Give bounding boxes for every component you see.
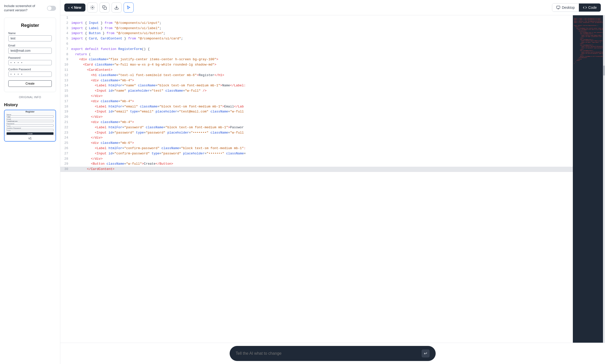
desktop-view-button[interactable]: Desktop [552, 4, 579, 12]
code-line: 10 <Card className="w-full max-w-xs p-4 … [60, 62, 573, 68]
code-line: 12 <h1 className="text-xl font-semibold … [60, 73, 573, 78]
code-line: 22 <Label htmlFor="password" className="… [60, 125, 573, 130]
svg-point-0 [92, 7, 93, 8]
screenshot-toggle[interactable] [47, 6, 56, 11]
code-line: 29 <Button className="w-full">Create</Bu… [60, 161, 573, 167]
code-line: 15 <Input id="name" placeholder="test" c… [60, 88, 573, 94]
code-line: 23 <Input id="password" type="password" … [60, 130, 573, 136]
code-line: 27 <Input id="confirm-password" type="pa… [60, 151, 573, 156]
code-line: 17 <div className="mb-4"> [60, 99, 573, 104]
code-line: 13 <div className="mb-4"> [60, 78, 573, 83]
preview-name-input[interactable] [8, 35, 52, 41]
history-title: History [4, 103, 56, 107]
prompt-box: ↵ [230, 346, 436, 361]
cursor-icon [126, 5, 131, 10]
bottom-bar: ↵ [60, 343, 605, 364]
new-button[interactable]: ‹ < New [64, 4, 85, 12]
code-line: 4 import { Button } from "@/components/u… [60, 31, 573, 36]
history-v1-label: v1 [5, 135, 56, 141]
code-line: 19 <Input id="email" type="email" placeh… [60, 109, 573, 114]
code-lines: 1 2 import { Input } from "@/components/… [60, 15, 573, 172]
settings-icon-button[interactable] [87, 3, 97, 13]
line-number: 1 [60, 15, 71, 21]
svg-rect-1 [104, 7, 106, 10]
scroll-thumb[interactable] [603, 66, 604, 76]
gear-icon [90, 5, 95, 10]
toolbar: ‹ < New [60, 0, 605, 15]
code-line: 3 import { Label } from "@/components/ui… [60, 26, 573, 31]
prompt-enter-button[interactable]: ↵ [422, 349, 430, 357]
download-icon [114, 5, 119, 10]
history-item-v1[interactable]: Register Name test Email test@mail.com P… [4, 110, 56, 142]
ai-prompt-input[interactable] [236, 351, 422, 356]
code-line: 14 <Label htmlFor="name" className="bloc… [60, 83, 573, 88]
desktop-label: Desktop [562, 6, 575, 10]
code-line: 16 </div> [60, 94, 573, 99]
preview-password-label: Password [8, 56, 52, 59]
screenshot-toggle-row: Include screenshot of current version? [4, 4, 56, 13]
back-icon: ‹ [68, 6, 70, 10]
preview-email-label: Email [8, 44, 52, 47]
code-line: 2 import { Input } from "@/components/ui… [60, 21, 573, 26]
code-editor[interactable]: 1 2 import { Input } from "@/components/… [60, 15, 573, 343]
line-content [71, 15, 573, 21]
toggle-label: Include screenshot of current version? [4, 4, 35, 13]
code-view-button[interactable]: Code [579, 4, 601, 12]
code-line: 6 [60, 41, 573, 47]
code-label: Code [588, 6, 597, 10]
code-line: 8 return ( [60, 52, 573, 57]
code-line: 18 <Label htmlFor="email" className="blo… [60, 104, 573, 109]
preview-card: Register Name Email Password Confirm Pas… [4, 18, 56, 92]
code-icon [583, 6, 587, 10]
code-line: 1 [60, 15, 573, 21]
code-line: 9 <div className="flex justify-center it… [60, 57, 573, 62]
original-info-label: ORIGINAL INFO [4, 96, 56, 99]
svg-rect-3 [557, 6, 560, 8]
monitor-icon [556, 6, 560, 10]
mini-code-preview: import { Input } from "@/components/ui/i… [573, 15, 603, 343]
code-line: 21 <div className="mb-4"> [60, 120, 573, 125]
code-line: 28 </div> [60, 156, 573, 162]
view-toggle: Desktop Code [552, 3, 601, 12]
code-line: 7 export default function RegisterForm()… [60, 47, 573, 52]
download-icon-button[interactable] [112, 3, 122, 13]
cursor-icon-button[interactable] [124, 3, 134, 13]
code-line: 25 <div className="mb-6"> [60, 141, 573, 146]
history-thumbnail: Register Name test Email test@mail.com P… [5, 110, 56, 135]
code-line: 5 import { Card, CardContent } from "@/c… [60, 36, 573, 41]
preview-register-title: Register [8, 23, 52, 28]
preview-confirm-input[interactable] [8, 72, 52, 77]
main-area: ‹ < New [60, 0, 605, 364]
code-line: 24 </div> [60, 135, 573, 141]
code-line: 30 </CardContent> [60, 167, 573, 172]
preview-email-input[interactable] [8, 48, 52, 54]
code-line: 20 </div> [60, 114, 573, 120]
preview-password-input[interactable] [8, 60, 52, 65]
sidebar: Include screenshot of current version? R… [0, 0, 60, 364]
scroll-indicator [603, 15, 605, 343]
copy-icon-button[interactable] [99, 3, 110, 13]
preview-name-label: Name [8, 32, 52, 35]
preview-confirm-label: Confirm Password [8, 68, 52, 71]
code-line: 11 <CardContent> [60, 68, 573, 73]
preview-create-button[interactable]: Create [8, 80, 52, 87]
code-area: 1 2 import { Input } from "@/components/… [60, 15, 605, 343]
new-label: < New [71, 6, 81, 10]
code-line: 26 <Label htmlFor="confirm-password" cla… [60, 146, 573, 151]
copy-icon [102, 5, 107, 10]
